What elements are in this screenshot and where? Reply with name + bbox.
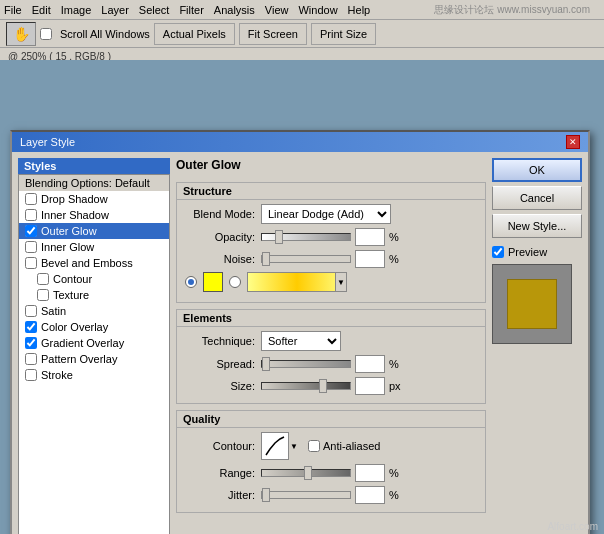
- spread-slider-container: 0 %: [261, 355, 403, 373]
- outer-glow-title: Outer Glow: [176, 158, 486, 176]
- jitter-slider-track[interactable]: [261, 491, 351, 499]
- style-contour[interactable]: Contour: [19, 271, 169, 287]
- bevel-emboss-checkbox[interactable]: [25, 257, 37, 269]
- range-slider-track[interactable]: [261, 469, 351, 477]
- technique-label: Technique:: [185, 335, 255, 347]
- fit-screen-button[interactable]: Fit Screen: [239, 23, 307, 45]
- jitter-label: Jitter:: [185, 489, 255, 501]
- anti-alias-checkbox[interactable]: [308, 440, 320, 452]
- preview-inner: [507, 279, 557, 329]
- actual-pixels-button[interactable]: Actual Pixels: [154, 23, 235, 45]
- color-swatch-yellow[interactable]: [203, 272, 223, 292]
- noise-slider-track[interactable]: [261, 255, 351, 263]
- size-label: Size:: [185, 380, 255, 392]
- menu-view[interactable]: View: [265, 4, 289, 16]
- drop-shadow-label: Drop Shadow: [41, 193, 108, 205]
- opacity-slider-track[interactable]: [261, 233, 351, 241]
- inner-glow-checkbox[interactable]: [25, 241, 37, 253]
- range-value-input[interactable]: 50: [355, 464, 385, 482]
- style-inner-glow[interactable]: Inner Glow: [19, 239, 169, 255]
- range-slider-thumb[interactable]: [304, 466, 312, 480]
- noise-value-input[interactable]: 0: [355, 250, 385, 268]
- style-inner-shadow[interactable]: Inner Shadow: [19, 207, 169, 223]
- satin-label: Satin: [41, 305, 66, 317]
- size-slider-track[interactable]: [261, 382, 351, 390]
- range-slider-container: 50 %: [261, 464, 403, 482]
- style-stroke[interactable]: Stroke: [19, 367, 169, 383]
- opacity-row: Opacity: 18 %: [181, 228, 481, 246]
- dialog-close-button[interactable]: ✕: [566, 135, 580, 149]
- scroll-all-checkbox[interactable]: [40, 28, 52, 40]
- quality-section: Quality Contour: ▼ Anti-aliased: [176, 410, 486, 513]
- inner-shadow-checkbox[interactable]: [25, 209, 37, 221]
- size-value-input[interactable]: 57: [355, 377, 385, 395]
- menu-help[interactable]: Help: [348, 4, 371, 16]
- structure-title: Structure: [177, 183, 485, 200]
- cancel-button[interactable]: Cancel: [492, 186, 582, 210]
- opacity-label: Opacity:: [185, 231, 255, 243]
- range-row: Range: 50 %: [181, 464, 481, 482]
- menu-file[interactable]: File: [4, 4, 22, 16]
- drop-shadow-checkbox[interactable]: [25, 193, 37, 205]
- preview-checkbox[interactable]: [492, 246, 504, 258]
- style-pattern-overlay[interactable]: Pattern Overlay: [19, 351, 169, 367]
- style-drop-shadow[interactable]: Drop Shadow: [19, 191, 169, 207]
- opacity-slider-thumb[interactable]: [275, 230, 283, 244]
- contour-checkbox[interactable]: [37, 273, 49, 285]
- style-color-overlay[interactable]: Color Overlay: [19, 319, 169, 335]
- contour-thumbnail[interactable]: [261, 432, 289, 460]
- spread-slider-track[interactable]: [261, 360, 351, 368]
- satin-checkbox[interactable]: [25, 305, 37, 317]
- technique-select[interactable]: Softer Precise: [261, 331, 341, 351]
- style-bevel-emboss[interactable]: Bevel and Emboss: [19, 255, 169, 271]
- menu-image[interactable]: Image: [61, 4, 92, 16]
- print-size-button[interactable]: Print Size: [311, 23, 376, 45]
- outer-glow-label: Outer Glow: [41, 225, 97, 237]
- pattern-overlay-checkbox[interactable]: [25, 353, 37, 365]
- menu-edit[interactable]: Edit: [32, 4, 51, 16]
- menu-window[interactable]: Window: [298, 4, 337, 16]
- gradient-overlay-checkbox[interactable]: [25, 337, 37, 349]
- blend-mode-select[interactable]: Linear Dodge (Add) Normal Screen: [261, 204, 391, 224]
- style-texture[interactable]: Texture: [19, 287, 169, 303]
- spread-slider-thumb[interactable]: [262, 357, 270, 371]
- styles-list[interactable]: Blending Options: Default Drop Shadow In…: [18, 174, 170, 534]
- gradient-arrow[interactable]: ▼: [335, 273, 346, 291]
- stroke-checkbox[interactable]: [25, 369, 37, 381]
- menu-layer[interactable]: Layer: [101, 4, 129, 16]
- style-satin[interactable]: Satin: [19, 303, 169, 319]
- dialog-title-bar: Layer Style ✕: [12, 132, 588, 152]
- contour-label: Contour:: [185, 440, 255, 452]
- style-gradient-overlay[interactable]: Gradient Overlay: [19, 335, 169, 351]
- scroll-all-label: Scroll All Windows: [60, 28, 150, 40]
- pattern-overlay-label: Pattern Overlay: [41, 353, 117, 365]
- size-slider-thumb[interactable]: [319, 379, 327, 393]
- color-overlay-checkbox[interactable]: [25, 321, 37, 333]
- outer-glow-checkbox[interactable]: [25, 225, 37, 237]
- noise-slider-thumb[interactable]: [262, 252, 270, 266]
- ok-button[interactable]: OK: [492, 158, 582, 182]
- quality-title: Quality: [177, 411, 485, 428]
- contour-arrow[interactable]: ▼: [290, 442, 298, 451]
- spread-unit: %: [389, 358, 403, 370]
- texture-checkbox[interactable]: [37, 289, 49, 301]
- gradient-preview[interactable]: ▼: [247, 272, 347, 292]
- opacity-value-input[interactable]: 18: [355, 228, 385, 246]
- new-style-button[interactable]: New Style...: [492, 214, 582, 238]
- gradient-radio[interactable]: [229, 276, 241, 288]
- menu-filter[interactable]: Filter: [179, 4, 203, 16]
- style-blending-options[interactable]: Blending Options: Default: [19, 175, 169, 191]
- spread-value-input[interactable]: 0: [355, 355, 385, 373]
- hand-tool[interactable]: ✋: [6, 22, 36, 46]
- dialog-backdrop: Layer Style ✕ Styles Blending Options: D…: [0, 60, 604, 534]
- menu-select[interactable]: Select: [139, 4, 170, 16]
- jitter-unit: %: [389, 489, 403, 501]
- jitter-value-input[interactable]: 0: [355, 486, 385, 504]
- jitter-slider-thumb[interactable]: [262, 488, 270, 502]
- blending-options-label: Blending Options: Default: [25, 177, 150, 189]
- elements-title: Elements: [177, 310, 485, 327]
- gradient-overlay-label: Gradient Overlay: [41, 337, 124, 349]
- color-radio[interactable]: [185, 276, 197, 288]
- style-outer-glow[interactable]: Outer Glow: [19, 223, 169, 239]
- menu-analysis[interactable]: Analysis: [214, 4, 255, 16]
